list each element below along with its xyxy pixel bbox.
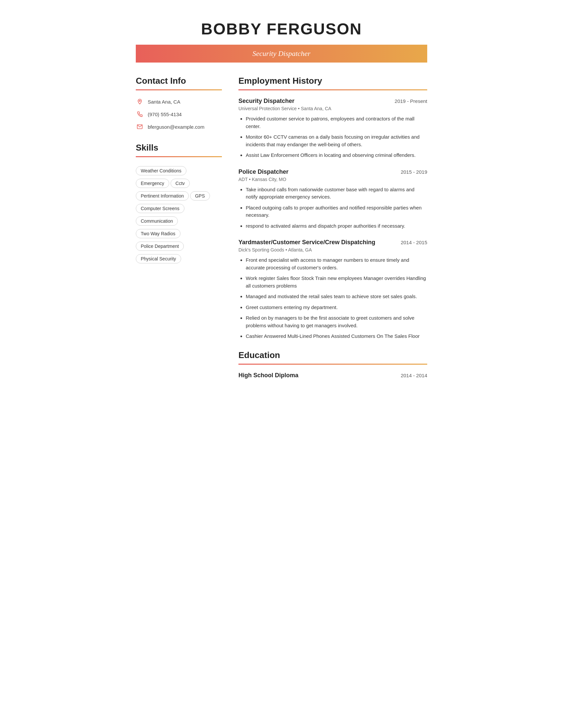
candidate-name: BOBBY FERGUSON (136, 20, 427, 45)
employment-section: Employment History Security Dispatcher20… (238, 76, 427, 340)
job-title: Yardmaster/Customer Service/Crew Dispatc… (238, 239, 375, 246)
bullet-item: Managed and motivated the retail sales t… (246, 293, 427, 300)
bullet-item: Provided customer service to patrons, em… (246, 115, 427, 130)
bullet-item: Front end specialist with access to mana… (246, 256, 427, 271)
job-dates: 2014 - 2015 (401, 240, 427, 245)
skill-tag: Computer Screens (136, 204, 184, 213)
email-text: bferguson@example.com (148, 124, 204, 130)
skill-tag: Pertinent Information (136, 191, 189, 201)
contact-email: bferguson@example.com (136, 123, 222, 131)
education-divider (238, 364, 427, 365)
job-entry-2: Yardmaster/Customer Service/Crew Dispatc… (238, 239, 427, 340)
job-entry-0: Security Dispatcher2019 - PresentUnivers… (238, 98, 427, 159)
contact-location: Santa Ana, CA (136, 98, 222, 106)
employment-divider (238, 89, 427, 90)
job-title: Police Dispatcher (238, 168, 289, 175)
skill-tag: Two Way Radios (136, 229, 180, 238)
jobs-container: Security Dispatcher2019 - PresentUnivers… (238, 98, 427, 340)
skill-tag: GPS (190, 191, 210, 201)
job-bullets: Provided customer service to patrons, em… (238, 115, 427, 159)
phone-text: (970) 555-4134 (148, 112, 182, 117)
job-title-bar: Security Dispatcher (136, 45, 427, 63)
skill-tag: Police Department (136, 242, 184, 251)
skills-section-title: Skills (136, 143, 222, 153)
skills-section: Skills Weather ConditionsEmergencyCctvPe… (136, 143, 222, 265)
phone-icon (136, 110, 144, 118)
job-entry-1: Police Dispatcher2015 - 2019ADT • Kansas… (238, 168, 427, 230)
main-content: Employment History Security Dispatcher20… (238, 76, 427, 379)
job-header: Yardmaster/Customer Service/Crew Dispatc… (238, 239, 427, 246)
job-company: ADT • Kansas City, MO (238, 177, 427, 182)
bullet-item: Assist Law Enforcement Officers in locat… (246, 152, 427, 159)
job-title-text: Security Dispatcher (252, 49, 310, 58)
edu-entry-0: High School Diploma2014 - 2014 (238, 372, 427, 379)
job-dates: 2015 - 2019 (401, 169, 427, 175)
location-text: Santa Ana, CA (148, 99, 180, 105)
main-layout: Contact Info Santa Ana, CA (136, 76, 427, 379)
edu-degree: High School Diploma (238, 372, 299, 379)
job-header: Police Dispatcher2015 - 2019 (238, 168, 427, 175)
skills-tags-container: Weather ConditionsEmergencyCctvPertinent… (136, 164, 222, 265)
job-bullets: Take inbound calls from nationwide custo… (238, 186, 427, 230)
bullet-item: Take inbound calls from nationwide custo… (246, 186, 427, 201)
location-icon (136, 98, 144, 106)
skill-tag: Physical Security (136, 254, 181, 263)
job-company: Universal Protection Service • Santa Ana… (238, 106, 427, 111)
contact-section: Contact Info Santa Ana, CA (136, 76, 222, 131)
job-company: Dick's Sporting Goods • Atlanta, GA (238, 247, 427, 252)
job-bullets: Front end specialist with access to mana… (238, 256, 427, 340)
contact-phone: (970) 555-4134 (136, 110, 222, 118)
education-section-title: Education (238, 350, 427, 360)
contact-section-title: Contact Info (136, 76, 222, 86)
email-icon (136, 123, 144, 131)
job-title: Security Dispatcher (238, 98, 295, 105)
bullet-item: Work register Sales floor Stock Train ne… (246, 275, 427, 290)
skill-tag: Cctv (170, 179, 190, 188)
job-dates: 2019 - Present (395, 98, 427, 104)
contact-divider (136, 89, 222, 90)
skill-tag: Emergency (136, 179, 169, 188)
resume-document: BOBBY FERGUSON Security Dispatcher Conta… (122, 0, 441, 405)
skill-tag: Weather Conditions (136, 166, 186, 175)
education-entries-container: High School Diploma2014 - 2014 (238, 372, 427, 379)
sidebar: Contact Info Santa Ana, CA (136, 76, 222, 265)
bullet-item: Placed outgoing calls to proper authorit… (246, 204, 427, 219)
skills-divider (136, 156, 222, 157)
bullet-item: Greet customers entering my department. (246, 304, 427, 311)
svg-point-0 (139, 100, 140, 102)
education-section: Education High School Diploma2014 - 2014 (238, 350, 427, 379)
bullet-item: Relied on by managers to be the first as… (246, 314, 427, 329)
job-header: Security Dispatcher2019 - Present (238, 98, 427, 105)
bullet-item: Monitor 60+ CCTV cameras on a daily basi… (246, 133, 427, 148)
edu-dates: 2014 - 2014 (401, 373, 427, 378)
bullet-item: respond to activated alarms and dispatch… (246, 222, 427, 230)
skill-tag: Communication (136, 216, 178, 226)
employment-section-title: Employment History (238, 76, 427, 86)
bullet-item: Cashier Answered Multi-Lined Phones Assi… (246, 333, 427, 340)
